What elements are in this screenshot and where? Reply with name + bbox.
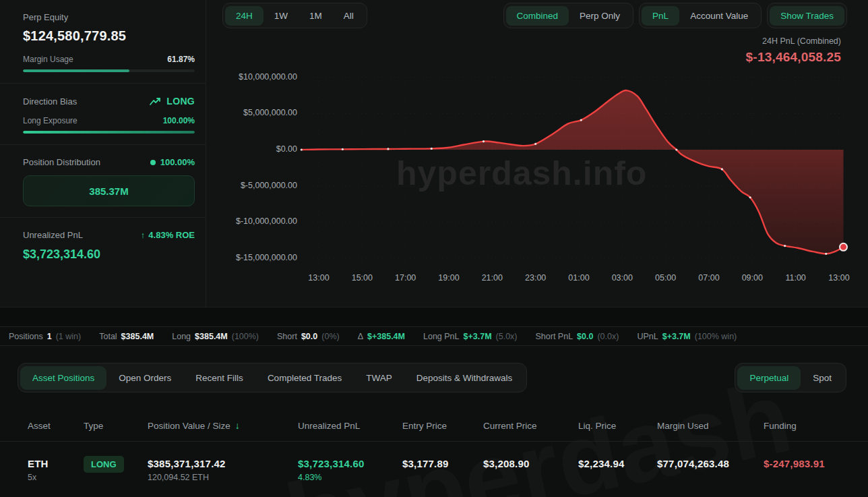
summary-stat: Long$385.4M(100%): [172, 332, 259, 341]
mode-tab-combined[interactable]: Combined: [506, 6, 569, 26]
col-current-price: Current Price: [483, 421, 578, 431]
asset-leverage: 5x: [28, 473, 84, 482]
x-axis-label: 09:00: [732, 273, 772, 283]
y-axis-label: $-10,000,000.00: [230, 216, 297, 226]
dashboard-page: Perp Equity $124,580,779.85 Margin Usage…: [0, 0, 868, 497]
summary-stat: Short$0.0(0%): [277, 332, 340, 341]
pnl-line-chart-svg: [228, 67, 868, 278]
y-axis-label: $-15,000,000.00: [230, 253, 297, 262]
margin-usage-bar: [23, 69, 195, 72]
margin-usage-fill: [23, 69, 129, 72]
x-axis-label: 05:00: [646, 273, 686, 283]
table-row[interactable]: ETH 5x LONG $385,371,317.42 120,094.52 E…: [0, 441, 868, 497]
cell-current-price: $3,208.90: [483, 442, 578, 497]
tab-deposits-withdrawals[interactable]: Deposits & Withdrawals: [404, 366, 525, 390]
market-toggle-group: Perpetual Spot: [735, 363, 846, 392]
roe-up-arrow-icon: ↑: [141, 230, 146, 240]
time-range-group: 24H 1W 1M All: [222, 3, 367, 28]
current-price: $3,208.90: [483, 458, 578, 469]
chart-title: 24H PnL (Combined): [746, 36, 841, 46]
x-axis-label: 23:00: [516, 273, 556, 283]
market-tab-spot[interactable]: Spot: [801, 366, 844, 390]
metric-toggle-group: PnL Account Value: [639, 3, 762, 28]
cell-type: LONG: [84, 442, 148, 497]
row-unrealized-pnl-pct: 4.83%: [298, 473, 402, 482]
chart-pnl-value: $-13,464,058.25: [746, 50, 841, 65]
summary-stat: Long PnL$+3.7M(5.0x): [423, 332, 518, 341]
y-axis-label: $-5,000,000.00: [230, 181, 297, 190]
direction-bias-label: Direction Bias: [23, 96, 77, 107]
tab-asset-positions[interactable]: Asset Positions: [20, 366, 106, 390]
cell-asset: ETH 5x: [28, 442, 84, 497]
tab-twap[interactable]: TWAP: [354, 366, 404, 390]
range-tab-24h[interactable]: 24H: [225, 6, 264, 26]
funding-value: $-247,983.91: [764, 458, 868, 469]
position-distribution-pct: 100.00%: [160, 157, 195, 167]
col-funding: Funding: [764, 421, 868, 431]
unrealized-pnl-section: Unrealized PnL ↑ 4.83% ROE $3,723,314.60: [0, 218, 206, 272]
margin-used: $77,074,263.48: [657, 458, 764, 469]
col-position-value-size[interactable]: Position Value / Size ↓: [148, 420, 298, 431]
positions-summary: Positions1(1 win)Total$385.4MLong$385.4M…: [0, 326, 868, 346]
range-tab-1w[interactable]: 1W: [264, 6, 299, 26]
col-unrealized-pnl: Unrealized PnL: [298, 421, 402, 431]
range-tab-1m[interactable]: 1M: [299, 6, 333, 26]
perp-equity-section: Perp Equity $124,580,779.85 Margin Usage…: [0, 0, 206, 84]
summary-stat: Δ$+385.4M: [358, 332, 405, 341]
summary-stat: UPnL$+3.7M(100% win): [637, 332, 737, 341]
show-trades-button[interactable]: Show Trades: [770, 6, 844, 26]
row-unrealized-pnl: $3,723,314.60: [298, 458, 402, 469]
entry-price: $3,177.89: [402, 458, 483, 469]
portfolio-overview-card: Perp Equity $124,580,779.85 Margin Usage…: [0, 0, 868, 308]
x-axis-label: 03:00: [602, 273, 642, 283]
perp-equity-value: $124,580,779.85: [23, 28, 195, 44]
liq-price: $2,234.94: [578, 458, 657, 469]
tab-recent-fills[interactable]: Recent Fills: [183, 366, 255, 390]
show-trades-button-wrap: Show Trades: [767, 3, 847, 28]
pnl-chart[interactable]: hyperdash.info $10,000,000.00$5,000,000.…: [228, 67, 868, 290]
direction-bias-value: LONG: [166, 96, 195, 107]
x-axis-label: 13:00: [819, 273, 859, 283]
x-axis-label: 21:00: [472, 273, 512, 283]
cell-unrealized-pnl: $3,723,314.60 4.83%: [298, 442, 402, 497]
x-axis-label: 11:00: [776, 273, 816, 283]
cell-margin-used: $77,074,263.48: [657, 442, 764, 497]
long-exposure-fill: [23, 131, 195, 134]
unrealized-pnl-roe: 4.83% ROE: [148, 230, 195, 240]
long-exposure-bar: [23, 131, 195, 134]
mode-toggle-group: Combined Perp Only: [503, 3, 634, 28]
metric-tab-account-value[interactable]: Account Value: [679, 6, 759, 26]
tab-completed-trades[interactable]: Completed Trades: [255, 366, 354, 390]
range-tab-all[interactable]: All: [333, 6, 365, 26]
y-axis-label: $0.00: [230, 144, 297, 154]
mode-tab-perp-only[interactable]: Perp Only: [569, 6, 631, 26]
summary-stat: Short PnL$0.0(0.0x): [536, 332, 619, 341]
long-exposure-label: Long Exposure: [23, 116, 78, 125]
metric-tab-pnl[interactable]: PnL: [642, 6, 679, 26]
position-distribution-section: Position Distribution 100.00% 385.37M: [0, 145, 206, 218]
perp-equity-label: Perp Equity: [23, 12, 195, 22]
market-tab-perpetual[interactable]: Perpetual: [737, 366, 801, 390]
x-axis-label: 07:00: [689, 273, 729, 283]
position-value: $385,371,317.42: [148, 458, 298, 469]
unrealized-pnl-label: Unrealized PnL: [23, 230, 83, 240]
sort-desc-icon[interactable]: ↓: [235, 420, 240, 431]
unrealized-pnl-value: $3,723,314.60: [23, 247, 195, 262]
long-badge: LONG: [84, 456, 124, 473]
cell-liq-price: $2,234.94: [578, 442, 657, 497]
asset-symbol: ETH: [28, 458, 84, 469]
position-distribution-box[interactable]: 385.37M: [23, 175, 195, 206]
cell-position-value: $385,371,317.42 120,094.52 ETH: [148, 442, 298, 497]
direction-bias-section: Direction Bias LONG Long Exposure 100.00…: [0, 84, 206, 145]
col-liq-price: Liq. Price: [578, 421, 657, 431]
summary-stat: Positions1(1 win): [9, 332, 81, 341]
x-axis-label: 19:00: [429, 273, 469, 283]
position-distribution-amount: 385.37M: [89, 185, 128, 197]
tab-open-orders[interactable]: Open Orders: [106, 366, 183, 390]
positions-tabs-row: Asset Positions Open Orders Recent Fills…: [18, 363, 846, 392]
trend-up-icon: [150, 97, 162, 106]
col-entry-price: Entry Price: [402, 421, 483, 431]
chart-header: 24H PnL (Combined) $-13,464,058.25: [746, 36, 841, 65]
summary-stat: Total$385.4M: [99, 332, 154, 341]
table-header-row: Asset Type Position Value / Size ↓ Unrea…: [0, 410, 868, 441]
